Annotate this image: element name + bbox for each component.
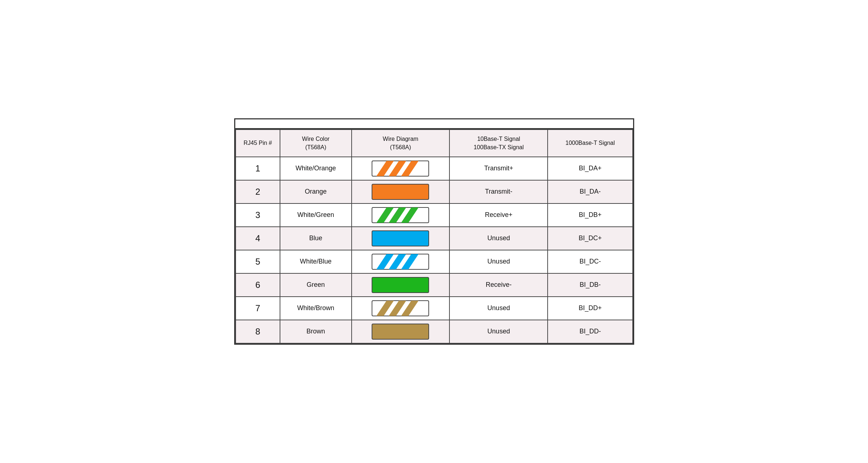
table-row: 6GreenReceive-BI_DB- (236, 273, 633, 297)
header-wire-color: Wire Color(T568A) (280, 130, 351, 157)
wire-color-cell: Green (280, 273, 351, 297)
wire-diagram-cell (352, 180, 450, 203)
table-row: 5White/BlueUnusedBI_DC- (236, 250, 633, 273)
gbase-signal-cell: BI_DA- (548, 180, 632, 203)
wire-diagram-cell (352, 273, 450, 297)
pin-cell: 8 (236, 320, 280, 343)
pin-cell: 3 (236, 203, 280, 227)
svg-rect-5 (372, 184, 429, 199)
table-header-row: RJ45 Pin # Wire Color(T568A) Wire Diagra… (236, 130, 633, 157)
wire-diagram-cell (352, 227, 450, 250)
diagram-container: RJ45 Pin # Wire Color(T568A) Wire Diagra… (234, 118, 634, 345)
signal-cell: Receive- (449, 273, 548, 297)
svg-rect-11 (372, 231, 429, 246)
header-pin: RJ45 Pin # (236, 130, 280, 157)
gbase-signal-cell: BI_DB- (548, 273, 632, 297)
pin-cell: 7 (236, 297, 280, 320)
wire-diagram-cell (352, 157, 450, 180)
wire-diagram-cell (352, 203, 450, 227)
wire-diagram-cell (352, 297, 450, 320)
table-row: 8BrownUnusedBI_DD- (236, 320, 633, 343)
wire-color-cell: Blue (280, 227, 351, 250)
signal-cell: Transmit- (449, 180, 548, 203)
pin-cell: 5 (236, 250, 280, 273)
svg-rect-23 (372, 324, 429, 339)
header-wire-diagram: Wire Diagram(T568A) (352, 130, 450, 157)
wire-diagram-cell (352, 320, 450, 343)
table-row: 1White/OrangeTransmit+BI_DA+ (236, 157, 633, 180)
svg-rect-17 (372, 277, 429, 293)
wire-table: RJ45 Pin # Wire Color(T568A) Wire Diagra… (235, 129, 633, 344)
diagram-title (235, 119, 633, 129)
signal-cell: Unused (449, 320, 548, 343)
signal-cell: Unused (449, 297, 548, 320)
signal-cell: Unused (449, 250, 548, 273)
wire-color-cell: Orange (280, 180, 351, 203)
signal-cell: Receive+ (449, 203, 548, 227)
signal-cell: Transmit+ (449, 157, 548, 180)
gbase-signal-cell: BI_DD+ (548, 297, 632, 320)
wire-color-cell: White/Blue (280, 250, 351, 273)
gbase-signal-cell: BI_DA+ (548, 157, 632, 180)
wire-color-cell: Brown (280, 320, 351, 343)
gbase-signal-cell: BI_DB+ (548, 203, 632, 227)
pin-cell: 1 (236, 157, 280, 180)
gbase-signal-cell: BI_DC+ (548, 227, 632, 250)
wire-color-cell: White/Brown (280, 297, 351, 320)
wire-color-cell: White/Orange (280, 157, 351, 180)
header-signal-1000: 1000Base-T Signal (548, 130, 632, 157)
table-row: 7White/BrownUnusedBI_DD+ (236, 297, 633, 320)
gbase-signal-cell: BI_DD- (548, 320, 632, 343)
pin-cell: 2 (236, 180, 280, 203)
pin-cell: 4 (236, 227, 280, 250)
table-row: 2OrangeTransmit-BI_DA- (236, 180, 633, 203)
gbase-signal-cell: BI_DC- (548, 250, 632, 273)
table-row: 4BlueUnusedBI_DC+ (236, 227, 633, 250)
header-signal-10-100: 10Base-T Signal100Base-TX Signal (449, 130, 548, 157)
wire-color-cell: White/Green (280, 203, 351, 227)
wire-diagram-cell (352, 250, 450, 273)
signal-cell: Unused (449, 227, 548, 250)
pin-cell: 6 (236, 273, 280, 297)
table-row: 3White/GreenReceive+BI_DB+ (236, 203, 633, 227)
